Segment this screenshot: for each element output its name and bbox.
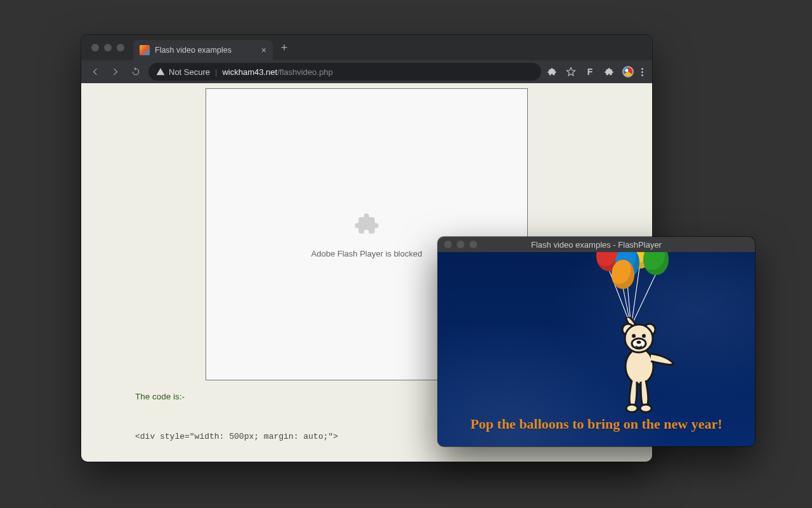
extension-puzzle-icon[interactable] bbox=[546, 66, 558, 77]
flashplayer-window: Flash video examples - FlashPlayer bbox=[438, 237, 755, 446]
flashplayer-titlebar[interactable]: Flash video examples - FlashPlayer bbox=[438, 237, 755, 252]
toolbar: Not Secure | wickham43.net/flashvideo.ph… bbox=[81, 60, 652, 83]
minimize-window-icon[interactable] bbox=[104, 44, 112, 51]
profile-avatar-icon[interactable] bbox=[622, 66, 634, 77]
svg-point-14 bbox=[637, 341, 641, 344]
separator: | bbox=[215, 67, 217, 77]
svg-point-5 bbox=[625, 349, 653, 384]
flash-caption: Pop the balloons to bring on the new yea… bbox=[438, 416, 755, 432]
bookmark-star-icon[interactable] bbox=[565, 66, 577, 77]
svg-point-6 bbox=[626, 404, 638, 412]
minimize-window-icon[interactable] bbox=[457, 241, 464, 248]
new-tab-button[interactable]: + bbox=[275, 39, 293, 57]
url-path: /flashvideo.php bbox=[277, 67, 332, 77]
warning-icon bbox=[156, 67, 165, 76]
forward-button[interactable] bbox=[108, 64, 123, 79]
flash-content[interactable]: Pop the balloons to bring on the new yea… bbox=[438, 252, 755, 446]
code-label: The code is:- bbox=[135, 392, 185, 401]
reload-button[interactable] bbox=[128, 64, 143, 79]
tab-title: Flash video examples bbox=[155, 46, 256, 55]
extension-icons: F bbox=[546, 66, 646, 77]
address-bar[interactable]: Not Secure | wickham43.net/flashvideo.ph… bbox=[148, 63, 541, 81]
code-line: <div style="width: 500px; margin: auto;"… bbox=[135, 431, 437, 442]
back-button[interactable] bbox=[88, 64, 103, 79]
chrome-menu-button[interactable] bbox=[641, 68, 643, 76]
svg-line-4 bbox=[633, 274, 656, 322]
arrow-left-icon bbox=[90, 67, 100, 77]
code-block: <div style="width: 500px; margin: auto;"… bbox=[135, 410, 437, 462]
security-indicator[interactable]: Not Secure bbox=[156, 67, 210, 77]
url-domain: wickham43.net bbox=[222, 67, 277, 77]
window-controls[interactable] bbox=[444, 241, 477, 248]
window-controls[interactable] bbox=[91, 44, 124, 51]
reload-icon bbox=[131, 67, 141, 77]
balloon-bear-scene bbox=[585, 252, 686, 436]
arrow-right-icon bbox=[110, 67, 121, 77]
tabstrip: Flash video examples × + bbox=[81, 35, 652, 60]
close-window-icon[interactable] bbox=[91, 44, 99, 51]
security-text: Not Secure bbox=[169, 67, 210, 77]
extensions-menu-icon[interactable] bbox=[603, 66, 615, 77]
flashplayer-title: Flash video examples - FlashPlayer bbox=[438, 240, 755, 250]
svg-point-13 bbox=[642, 334, 646, 338]
zoom-window-icon[interactable] bbox=[117, 44, 124, 51]
zoom-window-icon[interactable] bbox=[469, 241, 477, 248]
browser-tab[interactable]: Flash video examples × bbox=[133, 40, 273, 60]
tab-close-icon[interactable]: × bbox=[261, 45, 266, 55]
svg-point-7 bbox=[640, 404, 652, 412]
balloon-orange-icon[interactable] bbox=[612, 260, 634, 289]
svg-point-12 bbox=[632, 334, 636, 338]
plugin-puzzle-icon bbox=[353, 210, 381, 240]
bear-icon bbox=[609, 317, 679, 418]
close-window-icon[interactable] bbox=[444, 241, 452, 248]
flash-blocked-text: Adobe Flash Player is blocked bbox=[311, 249, 422, 258]
extension-f-icon[interactable]: F bbox=[584, 66, 596, 77]
tab-favicon-icon bbox=[140, 45, 150, 55]
